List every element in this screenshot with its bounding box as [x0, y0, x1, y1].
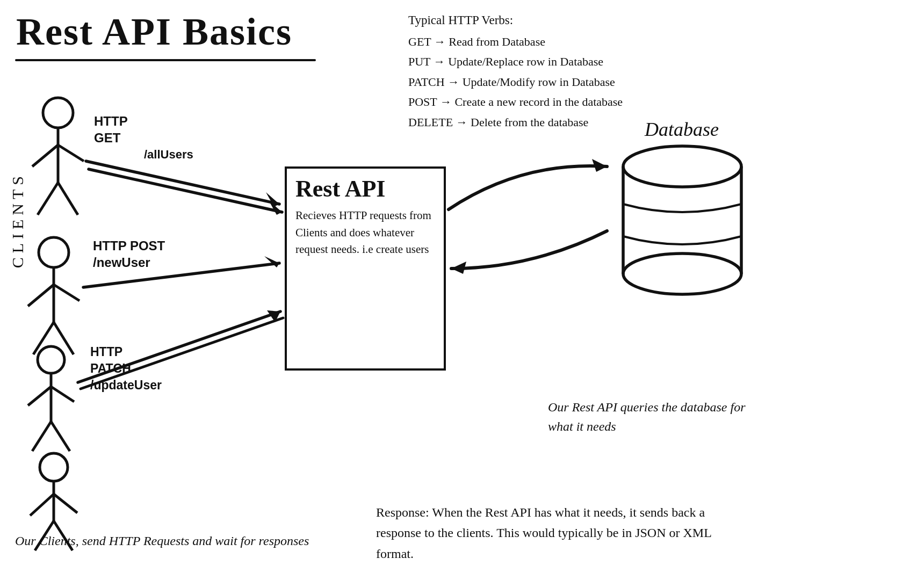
bottom-left-text: Our Clients, send HTTP Requests and wait…	[15, 531, 309, 550]
rest-api-box: Rest API Recieves HTTP requests from Cli…	[285, 166, 446, 371]
svg-marker-25	[266, 192, 279, 207]
svg-line-10	[33, 322, 54, 354]
svg-line-21	[54, 494, 77, 513]
api-queries-text: Our Rest API queries the database for wh…	[548, 397, 752, 436]
verbs-heading: Typical HTTP Verbs:	[408, 10, 784, 31]
http-get-label: HTTPGET	[94, 113, 128, 146]
verbs-info: Typical HTTP Verbs: GET → Read from Data…	[408, 10, 784, 132]
svg-point-0	[43, 98, 73, 128]
svg-line-24	[86, 161, 279, 204]
verb-patch: PATCH → Update/Modify row in Database	[408, 72, 784, 92]
svg-line-9	[54, 285, 80, 301]
svg-line-11	[54, 322, 74, 354]
svg-marker-29	[264, 256, 279, 267]
svg-marker-31	[267, 310, 280, 322]
svg-line-14	[28, 387, 51, 405]
svg-point-18	[40, 453, 68, 481]
verb-put: PUT → Update/Replace row in Database	[408, 52, 784, 71]
database-label: Database	[645, 118, 719, 141]
svg-line-8	[28, 285, 54, 306]
rest-api-box-desc: Recieves HTTP requests from Clients and …	[295, 207, 435, 258]
svg-line-3	[58, 145, 84, 161]
svg-marker-33	[592, 159, 607, 172]
verb-get: GET → Read from Database	[408, 32, 784, 52]
svg-line-20	[30, 494, 54, 516]
svg-line-4	[38, 183, 58, 215]
svg-marker-34	[451, 262, 466, 274]
svg-line-26	[89, 169, 282, 212]
svg-point-6	[39, 237, 69, 267]
bottom-right-text: Response: When the Rest API has what it …	[376, 502, 741, 564]
http-patch-label: HTTPPATCH/updateUser	[90, 344, 162, 394]
client-label: CLIENTS	[10, 172, 26, 268]
svg-line-15	[51, 387, 74, 402]
title-underline	[15, 59, 316, 61]
svg-marker-27	[269, 200, 282, 215]
svg-line-17	[51, 422, 70, 451]
verb-post: POST → Create a new record in the databa…	[408, 92, 784, 112]
http-post-label: HTTP POST/newUser	[93, 237, 165, 271]
svg-line-5	[58, 183, 78, 215]
page: Rest API Basics Typical HTTP Verbs: GET …	[0, 0, 924, 580]
svg-line-2	[32, 145, 58, 166]
verb-delete: DELETE → Delete from the database	[408, 112, 784, 132]
svg-point-35	[623, 146, 741, 187]
svg-point-38	[623, 253, 741, 294]
page-title: Rest API Basics	[16, 10, 292, 54]
svg-point-12	[38, 346, 64, 373]
svg-line-16	[32, 422, 51, 451]
http-get-path-label: /allUsers	[144, 148, 193, 162]
rest-api-box-title: Rest API	[295, 176, 435, 202]
